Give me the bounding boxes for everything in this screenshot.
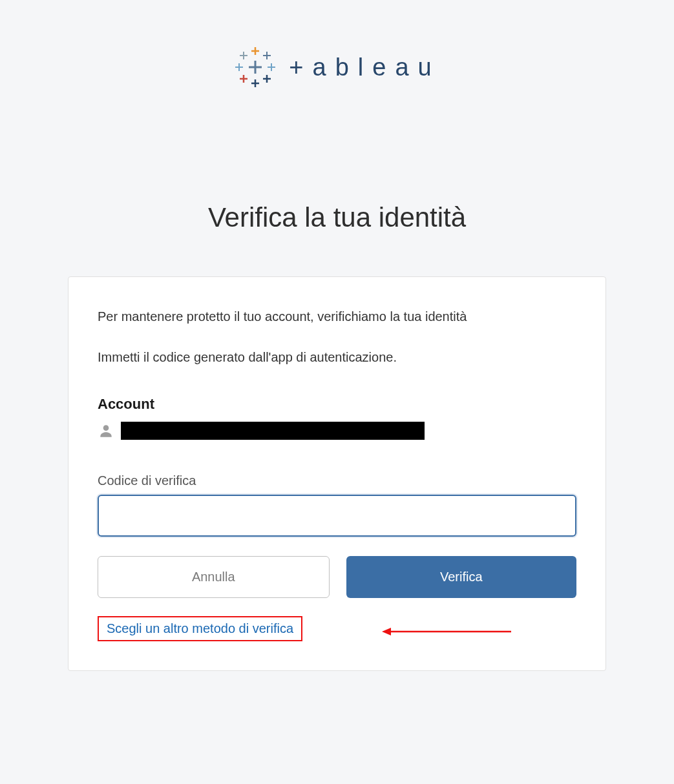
code-input-label: Codice di verifica <box>98 473 576 488</box>
person-icon <box>98 422 114 439</box>
alt-method-highlight: Scegli un altro metodo di verifica <box>98 616 302 641</box>
account-label: Account <box>98 396 576 413</box>
page-title: Verifica la tua identità <box>208 202 466 233</box>
tableau-logo: +ableau <box>233 45 440 89</box>
tableau-wordmark: +ableau <box>289 54 440 81</box>
verification-code-input[interactable] <box>98 495 576 537</box>
svg-point-18 <box>103 425 109 431</box>
description-text-2: Immetti il codice generato dall'app di a… <box>98 350 576 365</box>
svg-marker-20 <box>382 628 391 635</box>
choose-other-method-link[interactable]: Scegli un altro metodo di verifica <box>107 621 293 635</box>
annotation-arrow-icon <box>382 625 511 638</box>
account-value <box>121 422 425 440</box>
tableau-logo-mark <box>233 45 277 89</box>
verification-card: Per mantenere protetto il tuo account, v… <box>68 276 606 671</box>
description-text-1: Per mantenere protetto il tuo account, v… <box>98 309 576 324</box>
account-row <box>98 422 576 440</box>
verify-button[interactable]: Verifica <box>346 556 577 598</box>
cancel-button[interactable]: Annulla <box>98 556 330 598</box>
